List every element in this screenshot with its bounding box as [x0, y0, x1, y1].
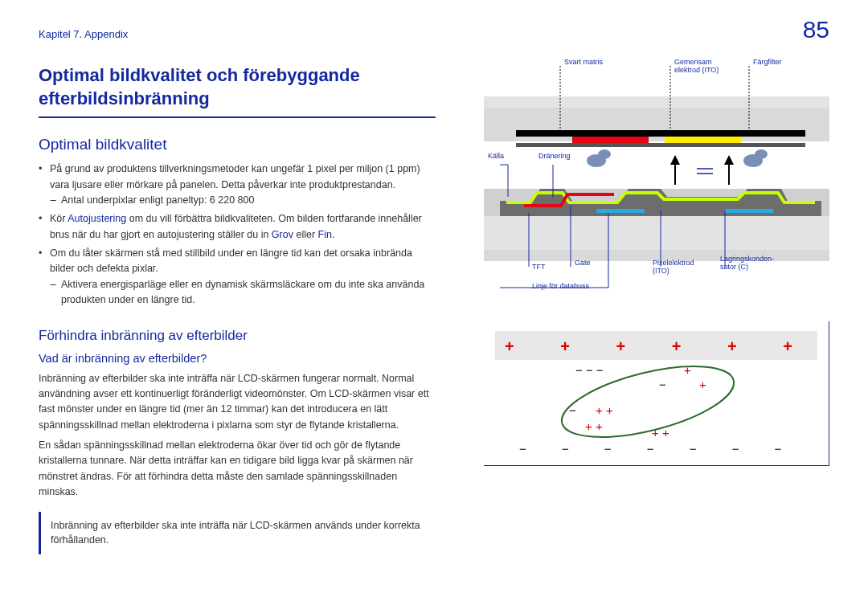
label-gate: Gate — [575, 260, 591, 268]
bullet-item: På grund av produktens tillverkningsmeto… — [39, 161, 436, 208]
label-svart-matris: Svart matris — [564, 59, 603, 67]
label-linje: Linje för databuss — [532, 283, 589, 291]
svg-rect-2 — [516, 130, 805, 137]
chapter-label: Kapitel 7. Appendix — [39, 28, 128, 40]
link-autojustering: Autojustering — [68, 213, 126, 224]
svg-rect-0 — [484, 96, 829, 108]
svg-rect-4 — [665, 137, 741, 143]
svg-rect-5 — [516, 143, 805, 147]
svg-text:+: + — [684, 363, 691, 377]
note-box: Inbränning av efterbilder ska inte inträ… — [39, 512, 436, 555]
label-gemensam: Gemensam elektrod (ITO) — [674, 59, 723, 75]
sub-bullet: Aktivera energisparläge eller en dynamis… — [50, 277, 436, 309]
body-paragraph: En sådan spänningsskillnad mellan elektr… — [39, 438, 436, 501]
svg-text:+  +: + + — [652, 426, 669, 439]
sub-bullet: Antal underpixlar enligt paneltyp: 6 220… — [50, 193, 436, 208]
page-title: Optimal bildkvalitet och förebyggande ef… — [39, 64, 436, 110]
svg-text:+ + + + + + + +: + + + + + + + + — [505, 337, 817, 355]
svg-text:−: − — [569, 403, 576, 417]
label-pixel: Pixelelektrod (ITO) — [653, 260, 701, 276]
svg-text:− − −: − − − — [575, 363, 604, 377]
label-lagring: Lagringskonden-sator (C) — [720, 255, 784, 272]
svg-text:+ +: + + — [596, 403, 613, 417]
label-fargfilter: Färgfilter — [753, 59, 782, 67]
bullet-item: Om du låter skärmen stå med stillbild un… — [39, 246, 436, 309]
lcd-cross-section-diagram: Svart matris Gemensam elektrod (ITO) Fär… — [484, 56, 829, 313]
svg-point-9 — [755, 149, 768, 159]
label-tft: TFT — [532, 264, 546, 272]
svg-rect-18 — [725, 209, 773, 213]
svg-text:− − − − − − − − − −: − − − − − − − − − − — [519, 442, 817, 456]
svg-text:+ +: + + — [585, 419, 603, 433]
svg-rect-3 — [572, 137, 649, 143]
svg-point-7 — [598, 149, 611, 159]
section-heading-quality: Optimal bildkvalitet — [39, 136, 436, 153]
section-heading-prevent: Förhindra inbränning av efterbilder — [39, 328, 436, 344]
voltage-diagram: + + + + + + + + − − − + −+ −+ + + ++ + −… — [484, 321, 829, 466]
svg-rect-19 — [484, 216, 829, 250]
svg-text:−: − — [659, 378, 666, 391]
svg-rect-17 — [596, 209, 645, 213]
label-kalla: Källa — [488, 153, 504, 161]
subsection-heading-what: Vad är inbränning av efterbilder? — [39, 352, 436, 365]
title-rule — [39, 116, 436, 118]
bullet-item: Kör Autojustering om du vill förbättra b… — [39, 211, 436, 243]
body-paragraph: Inbränning av efterbilder ska inte inträ… — [39, 371, 436, 434]
page-number: 85 — [803, 16, 829, 43]
svg-text:+: + — [699, 378, 706, 391]
label-dranering: Dränering — [538, 153, 571, 161]
